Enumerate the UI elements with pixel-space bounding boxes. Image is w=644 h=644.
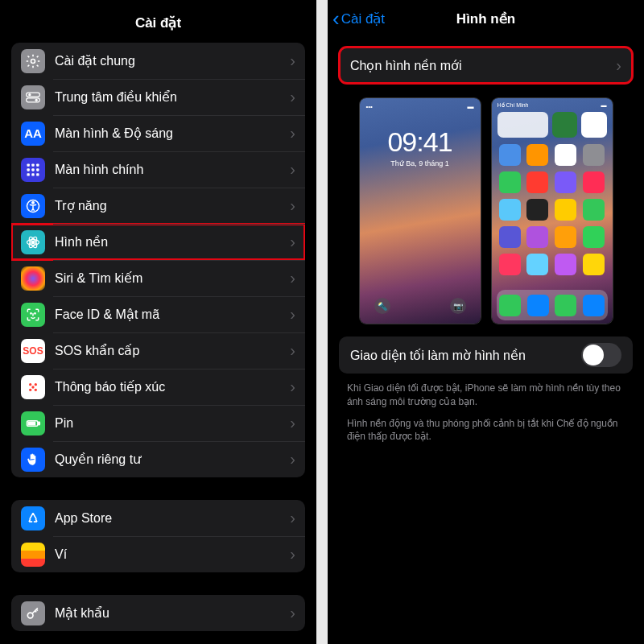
row-siri[interactable]: Siri & Tìm kiếm › xyxy=(11,260,305,296)
page-title: Cài đặt xyxy=(0,0,316,43)
svg-rect-28 xyxy=(39,422,40,424)
app-icon xyxy=(499,226,521,248)
app-icon xyxy=(499,254,521,275)
settings-screen: Cài đặt Cài đặt chung › Trung tâm điều k… xyxy=(0,0,316,644)
row-label: Trợ năng xyxy=(55,198,290,213)
svg-point-20 xyxy=(31,312,31,313)
app-grid xyxy=(492,141,613,279)
row-label: SOS khẩn cấp xyxy=(55,343,290,358)
chevron-right-icon: › xyxy=(290,450,295,469)
row-label: Hình nền xyxy=(55,234,290,250)
svg-point-23 xyxy=(35,383,37,386)
status-bar: Hồ Chí Minh▬ xyxy=(492,98,613,109)
chevron-right-icon: › xyxy=(290,545,295,564)
row-label: Quyền riêng tư xyxy=(55,452,290,467)
lock-controls: 🔦 📷 xyxy=(360,298,481,314)
row-label: Cài đặt chung xyxy=(55,53,290,68)
nav-bar: ‹ Cài đặt Hình nền xyxy=(328,0,644,39)
row-faceid[interactable]: Face ID & Mật mã › xyxy=(11,296,305,332)
svg-rect-6 xyxy=(31,163,34,166)
svg-point-24 xyxy=(29,388,31,390)
settings-group-3: Mật khẩu › xyxy=(11,595,305,631)
row-sos[interactable]: SOS SOS khẩn cấp › xyxy=(11,332,305,369)
appstore-icon xyxy=(21,506,45,530)
chevron-right-icon: › xyxy=(290,52,295,70)
dock xyxy=(497,290,608,320)
footer-text-1: Khi Giao diện tối được bật, iPhone sẽ là… xyxy=(328,374,644,409)
app-icon xyxy=(499,199,521,221)
svg-rect-29 xyxy=(28,422,35,424)
lock-date: Thứ Ba, 9 tháng 1 xyxy=(360,159,481,167)
svg-point-16 xyxy=(31,241,34,243)
chevron-right-icon: › xyxy=(290,124,295,142)
row-exposure[interactable]: Thông báo tiếp xúc › xyxy=(11,369,305,405)
row-general[interactable]: Cài đặt chung › xyxy=(11,43,305,79)
row-wallpaper[interactable]: Hình nền › xyxy=(11,224,305,260)
footer-text-2: Hình nền động và thu phóng phối cảnh bị … xyxy=(328,409,644,444)
flower-icon xyxy=(21,230,45,254)
lock-time: 09:41 xyxy=(360,126,481,158)
row-label: Thông báo tiếp xúc xyxy=(55,379,290,394)
svg-rect-3 xyxy=(27,97,40,101)
faceid-icon xyxy=(21,303,45,327)
svg-rect-11 xyxy=(27,173,30,175)
app-icon xyxy=(526,171,548,193)
chevron-right-icon: › xyxy=(290,196,295,215)
row-wallet[interactable]: Ví › xyxy=(11,536,305,572)
toggle-label: Giao diện tối làm mờ hình nền xyxy=(350,348,581,363)
chevron-right-icon: › xyxy=(290,341,295,360)
widget-small xyxy=(552,112,578,138)
row-label: Pin xyxy=(55,416,290,431)
key-icon xyxy=(21,601,45,625)
page-title: Hình nền xyxy=(456,10,515,27)
chevron-right-icon: › xyxy=(290,269,295,287)
home-screen-preview[interactable]: Hồ Chí Minh▬ xyxy=(492,98,613,324)
chevron-left-icon: ‹ xyxy=(332,8,340,29)
app-icon xyxy=(555,199,576,221)
exposure-icon xyxy=(21,375,45,399)
app-icon xyxy=(583,199,605,221)
dark-dim-toggle-row: Giao diện tối làm mờ hình nền xyxy=(339,336,633,374)
app-icon xyxy=(583,171,605,193)
choose-wallpaper-row[interactable]: Chọn hình nền mới › xyxy=(339,47,633,84)
svg-point-15 xyxy=(32,201,35,204)
row-privacy[interactable]: Quyền riêng tư › xyxy=(11,441,305,477)
svg-rect-10 xyxy=(36,168,39,171)
row-label: Mật khẩu xyxy=(55,605,290,621)
row-appstore[interactable]: App Store › xyxy=(11,500,305,536)
lock-screen-preview[interactable]: •••▬ 09:41 Thứ Ba, 9 tháng 1 🔦 📷 xyxy=(360,98,481,324)
row-label: Ví xyxy=(55,547,290,562)
row-display[interactable]: AA Màn hình & Độ sáng › xyxy=(11,115,305,151)
back-button[interactable]: ‹ Cài đặt xyxy=(332,8,385,29)
app-icon xyxy=(583,144,605,166)
chevron-right-icon: › xyxy=(290,88,295,106)
svg-rect-12 xyxy=(31,173,34,175)
settings-group-1: Cài đặt chung › Trung tâm điều khiển › A… xyxy=(11,43,305,477)
gear-icon xyxy=(21,49,45,73)
app-icon xyxy=(499,144,521,166)
dark-dim-switch[interactable] xyxy=(581,343,621,367)
status-bar: •••▬ xyxy=(360,98,481,110)
chevron-right-icon: › xyxy=(290,509,295,527)
row-control-center[interactable]: Trung tâm điều khiển › xyxy=(11,79,305,115)
row-accessibility[interactable]: Trợ năng › xyxy=(11,188,305,224)
row-passwords[interactable]: Mật khẩu › xyxy=(11,595,305,631)
app-icon xyxy=(526,199,548,221)
dock-app-icon xyxy=(555,295,576,316)
row-label: App Store xyxy=(55,511,290,526)
row-battery[interactable]: Pin › xyxy=(11,405,305,441)
row-home-screen[interactable]: Màn hình chính › xyxy=(11,151,305,188)
chevron-right-icon: › xyxy=(290,160,295,179)
svg-point-4 xyxy=(35,98,38,101)
widget-calendar xyxy=(581,112,607,138)
settings-group-2: App Store › Ví › xyxy=(11,500,305,572)
row-label: Face ID & Mật mã xyxy=(55,307,290,322)
app-icon xyxy=(499,171,521,193)
svg-point-0 xyxy=(31,59,35,63)
svg-point-21 xyxy=(35,312,35,313)
accessibility-icon xyxy=(21,194,45,218)
svg-point-26 xyxy=(31,386,34,388)
app-icon xyxy=(555,144,576,166)
app-icon xyxy=(583,226,605,248)
chevron-right-icon: › xyxy=(290,604,295,622)
